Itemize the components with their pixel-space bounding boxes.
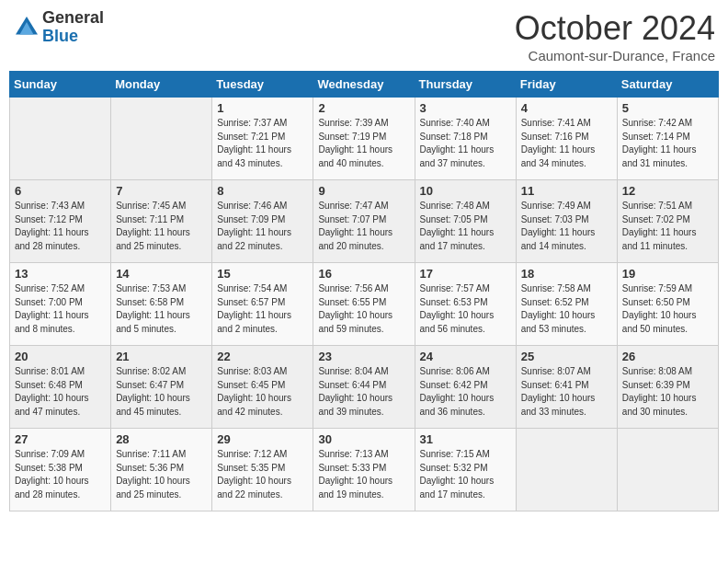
day-number: 6 [15, 184, 106, 198]
calendar-cell: 19Sunrise: 7:59 AMSunset: 6:50 PMDayligh… [617, 263, 718, 346]
calendar-week-1: 1Sunrise: 7:37 AMSunset: 7:21 PMDaylight… [10, 98, 719, 180]
day-number: 5 [622, 101, 713, 115]
day-info: Sunrise: 8:03 AMSunset: 6:45 PMDaylight:… [217, 365, 308, 419]
day-number: 12 [622, 184, 713, 198]
calendar-cell [111, 98, 212, 180]
day-number: 22 [217, 350, 308, 363]
day-info: Sunrise: 7:57 AMSunset: 6:53 PMDaylight:… [420, 282, 511, 336]
header-tuesday: Tuesday [212, 72, 313, 98]
calendar-cell: 11Sunrise: 7:49 AMSunset: 7:03 PMDayligh… [516, 180, 617, 263]
calendar: Sunday Monday Tuesday Wednesday Thursday… [9, 71, 719, 511]
calendar-cell: 23Sunrise: 8:04 AMSunset: 6:44 PMDayligh… [313, 346, 415, 429]
day-info: Sunrise: 7:09 AMSunset: 5:38 PMDaylight:… [15, 448, 106, 501]
logo-text: General Blue [42, 9, 104, 46]
day-info: Sunrise: 8:01 AMSunset: 6:48 PMDaylight:… [15, 365, 106, 419]
day-number: 13 [15, 267, 106, 281]
calendar-week-2: 6Sunrise: 7:43 AMSunset: 7:12 PMDaylight… [10, 180, 719, 263]
day-number: 8 [217, 184, 308, 198]
header-friday: Friday [516, 72, 617, 98]
header-sunday: Sunday [10, 72, 111, 98]
day-info: Sunrise: 7:41 AMSunset: 7:16 PMDaylight:… [521, 117, 612, 170]
day-info: Sunrise: 7:58 AMSunset: 6:52 PMDaylight:… [521, 282, 612, 336]
day-number: 27 [15, 432, 106, 446]
calendar-cell: 17Sunrise: 7:57 AMSunset: 6:53 PMDayligh… [415, 263, 516, 346]
day-info: Sunrise: 7:56 AMSunset: 6:55 PMDaylight:… [318, 282, 409, 336]
day-number: 16 [318, 267, 409, 281]
day-info: Sunrise: 7:51 AMSunset: 7:02 PMDaylight:… [622, 200, 713, 253]
day-number: 11 [521, 184, 612, 198]
day-number: 25 [521, 350, 612, 363]
calendar-cell [516, 429, 617, 511]
location: Caumont-sur-Durance, France [515, 48, 715, 63]
day-number: 24 [420, 350, 511, 363]
calendar-cell: 16Sunrise: 7:56 AMSunset: 6:55 PMDayligh… [313, 263, 415, 346]
day-info: Sunrise: 7:49 AMSunset: 7:03 PMDaylight:… [521, 200, 612, 253]
calendar-cell: 24Sunrise: 8:06 AMSunset: 6:42 PMDayligh… [415, 346, 516, 429]
day-number: 4 [521, 101, 612, 115]
header-wednesday: Wednesday [313, 72, 415, 98]
calendar-cell: 29Sunrise: 7:12 AMSunset: 5:35 PMDayligh… [212, 429, 313, 511]
calendar-cell: 12Sunrise: 7:51 AMSunset: 7:02 PMDayligh… [617, 180, 718, 263]
calendar-cell: 2Sunrise: 7:39 AMSunset: 7:19 PMDaylight… [313, 98, 415, 180]
header-saturday: Saturday [617, 72, 718, 98]
day-info: Sunrise: 7:45 AMSunset: 7:11 PMDaylight:… [116, 200, 207, 253]
day-info: Sunrise: 7:48 AMSunset: 7:05 PMDaylight:… [420, 200, 511, 253]
calendar-header: Sunday Monday Tuesday Wednesday Thursday… [10, 72, 719, 98]
calendar-week-4: 20Sunrise: 8:01 AMSunset: 6:48 PMDayligh… [10, 346, 719, 429]
logo-general: General [42, 8, 104, 27]
calendar-cell: 31Sunrise: 7:15 AMSunset: 5:32 PMDayligh… [415, 429, 516, 511]
month-title: October 2024 [515, 9, 715, 48]
calendar-week-5: 27Sunrise: 7:09 AMSunset: 5:38 PMDayligh… [10, 429, 719, 511]
day-info: Sunrise: 7:46 AMSunset: 7:09 PMDaylight:… [217, 200, 308, 253]
day-number: 31 [420, 432, 511, 446]
day-info: Sunrise: 7:11 AMSunset: 5:36 PMDaylight:… [116, 448, 207, 501]
calendar-cell [617, 429, 718, 511]
header-monday: Monday [111, 72, 212, 98]
day-info: Sunrise: 7:39 AMSunset: 7:19 PMDaylight:… [318, 117, 409, 170]
day-info: Sunrise: 7:12 AMSunset: 5:35 PMDaylight:… [217, 448, 308, 501]
calendar-cell: 9Sunrise: 7:47 AMSunset: 7:07 PMDaylight… [313, 180, 415, 263]
day-info: Sunrise: 8:02 AMSunset: 6:47 PMDaylight:… [116, 365, 207, 419]
day-info: Sunrise: 8:07 AMSunset: 6:41 PMDaylight:… [521, 365, 612, 419]
day-info: Sunrise: 7:47 AMSunset: 7:07 PMDaylight:… [318, 200, 409, 253]
calendar-body: 1Sunrise: 7:37 AMSunset: 7:21 PMDaylight… [10, 98, 719, 511]
calendar-cell [10, 98, 111, 180]
calendar-cell: 21Sunrise: 8:02 AMSunset: 6:47 PMDayligh… [111, 346, 212, 429]
day-number: 20 [15, 350, 106, 363]
day-number: 17 [420, 267, 511, 281]
calendar-cell: 1Sunrise: 7:37 AMSunset: 7:21 PMDaylight… [212, 98, 313, 180]
day-info: Sunrise: 7:54 AMSunset: 6:57 PMDaylight:… [217, 282, 308, 336]
day-number: 9 [318, 184, 409, 198]
day-number: 3 [420, 101, 511, 115]
day-header-row: Sunday Monday Tuesday Wednesday Thursday… [10, 72, 719, 98]
calendar-cell: 27Sunrise: 7:09 AMSunset: 5:38 PMDayligh… [10, 429, 111, 511]
calendar-cell: 28Sunrise: 7:11 AMSunset: 5:36 PMDayligh… [111, 429, 212, 511]
day-info: Sunrise: 8:08 AMSunset: 6:39 PMDaylight:… [622, 365, 713, 419]
day-info: Sunrise: 7:53 AMSunset: 6:58 PMDaylight:… [116, 282, 207, 336]
day-number: 2 [318, 101, 409, 115]
day-number: 19 [622, 267, 713, 281]
calendar-cell: 10Sunrise: 7:48 AMSunset: 7:05 PMDayligh… [415, 180, 516, 263]
day-info: Sunrise: 7:59 AMSunset: 6:50 PMDaylight:… [622, 282, 713, 336]
day-info: Sunrise: 7:37 AMSunset: 7:21 PMDaylight:… [217, 117, 308, 170]
day-number: 1 [217, 101, 308, 115]
day-info: Sunrise: 8:04 AMSunset: 6:44 PMDaylight:… [318, 365, 409, 419]
logo-icon [13, 14, 40, 41]
day-info: Sunrise: 7:15 AMSunset: 5:32 PMDaylight:… [420, 448, 511, 501]
day-info: Sunrise: 7:52 AMSunset: 7:00 PMDaylight:… [15, 282, 106, 336]
logo-blue: Blue [42, 27, 78, 45]
calendar-cell: 7Sunrise: 7:45 AMSunset: 7:11 PMDaylight… [111, 180, 212, 263]
page-header: General Blue October 2024 Caumont-sur-Du… [9, 9, 719, 63]
day-number: 10 [420, 184, 511, 198]
day-number: 18 [521, 267, 612, 281]
title-block: October 2024 Caumont-sur-Durance, France [515, 9, 715, 63]
day-info: Sunrise: 7:43 AMSunset: 7:12 PMDaylight:… [15, 200, 106, 253]
calendar-week-3: 13Sunrise: 7:52 AMSunset: 7:00 PMDayligh… [10, 263, 719, 346]
day-number: 14 [116, 267, 207, 281]
logo: General Blue [13, 9, 104, 46]
day-number: 7 [116, 184, 207, 198]
calendar-cell: 20Sunrise: 8:01 AMSunset: 6:48 PMDayligh… [10, 346, 111, 429]
calendar-cell: 30Sunrise: 7:13 AMSunset: 5:33 PMDayligh… [313, 429, 415, 511]
calendar-cell: 8Sunrise: 7:46 AMSunset: 7:09 PMDaylight… [212, 180, 313, 263]
day-number: 28 [116, 432, 207, 446]
